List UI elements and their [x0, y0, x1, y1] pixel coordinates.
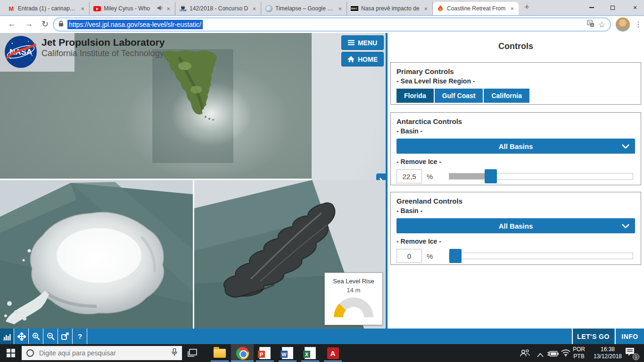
- primary-controls-heading: Primary Controls: [396, 67, 635, 75]
- chrome-menu-icon[interactable]: ⋮: [635, 20, 642, 29]
- antarctica-remove-ice-input[interactable]: [396, 169, 422, 183]
- translate-icon[interactable]: 文A: [587, 20, 594, 29]
- chrome-icon: [236, 347, 249, 360]
- sea-level-gauge-card: Sea Level Rise 14 m: [324, 272, 383, 325]
- adobe-reader-icon: A: [327, 347, 339, 359]
- bookmark-star-icon[interactable]: ☆: [598, 20, 605, 30]
- lock-icon: [58, 20, 64, 29]
- svg-text:A: A: [591, 24, 594, 27]
- close-icon[interactable]: ×: [165, 6, 171, 12]
- tab-youtube[interactable]: Miley Cyrus - Who ×: [90, 2, 175, 15]
- people-icon[interactable]: [520, 349, 530, 359]
- taskbar-app-excel[interactable]: X: [299, 344, 322, 362]
- back-button[interactable]: ←: [8, 19, 16, 29]
- help-button[interactable]: ?: [73, 329, 87, 344]
- audio-speaker-icon[interactable]: [157, 4, 163, 13]
- language-indicator[interactable]: PORPTB: [570, 346, 587, 360]
- url-text[interactable]: https://vesl.jpl.nasa.gov/sea-level/slr-…: [67, 20, 203, 29]
- home-icon: [347, 56, 355, 62]
- region-button-florida[interactable]: Florida: [396, 89, 434, 103]
- greenland-controls-heading: Greenland Controls: [396, 197, 635, 205]
- refresh-button[interactable]: ↻: [41, 19, 49, 29]
- antarctica-3d-view[interactable]: [0, 180, 193, 329]
- tab-title: Entrada (1) - carinapets: [18, 5, 77, 12]
- tab-gmail[interactable]: M Entrada (1) - carinapets ×: [4, 2, 90, 15]
- gauge-label: Sea Level Rise: [333, 278, 374, 285]
- export-icon: [61, 332, 69, 340]
- tab-coastline-active[interactable]: Coastline Retreat From ×: [433, 2, 519, 15]
- excel-icon: X: [305, 347, 316, 359]
- microphone-icon[interactable]: [172, 348, 177, 358]
- chevron-down-icon: [622, 144, 629, 148]
- address-bar[interactable]: https://vesl.jpl.nasa.gov/sea-level/slr-…: [53, 17, 611, 32]
- taskbar-search[interactable]: [22, 346, 182, 360]
- tab-title: Nasa prevê impacto de: [361, 5, 420, 12]
- close-icon[interactable]: ×: [423, 6, 429, 12]
- tab-title: Timelapse – Google Ear: [275, 5, 334, 12]
- start-button[interactable]: [0, 344, 22, 362]
- tab-ufsm[interactable]: UFSM 142/2018 - Concurso D ×: [175, 2, 261, 15]
- zoom-out-button[interactable]: [44, 329, 58, 344]
- antarctica-slider-track[interactable]: [449, 173, 633, 180]
- time: 16:38: [590, 346, 626, 353]
- tab-title: Miley Cyrus - Who: [104, 5, 154, 12]
- close-icon[interactable]: ×: [251, 6, 257, 12]
- footer-toolbar: [0, 329, 644, 344]
- zoom-in-button[interactable]: [29, 329, 43, 344]
- controls-panel: Controls Primary Controls - Sea Level Ri…: [388, 33, 644, 329]
- new-tab-button[interactable]: +: [524, 2, 529, 12]
- greenland-slider-track[interactable]: [449, 253, 633, 259]
- task-view-button[interactable]: [188, 349, 197, 359]
- basin-label: - Basin -: [396, 127, 635, 135]
- taskbar-app-file-explorer[interactable]: [208, 344, 231, 362]
- window-close-button[interactable]: ×: [627, 0, 643, 15]
- region-label: - Sea Level Rise Region -: [396, 77, 635, 85]
- move-arrows-icon: [17, 332, 26, 341]
- antarctica-controls-box: Antarctica Controls - Basin - All Basins…: [390, 112, 641, 185]
- taskbar-clock[interactable]: 16:3813/12/2018: [590, 346, 626, 360]
- taskbar-app-powerpoint[interactable]: P: [254, 344, 276, 362]
- taskbar-app-word[interactable]: W: [276, 344, 299, 362]
- greenland-remove-ice-input[interactable]: [396, 249, 422, 263]
- youtube-icon: [93, 5, 101, 12]
- greenland-basin-dropdown[interactable]: All Basins: [396, 218, 635, 233]
- search-input[interactable]: [38, 349, 167, 357]
- close-icon[interactable]: ×: [337, 6, 343, 12]
- greenland-slider-handle[interactable]: [449, 249, 462, 263]
- region-button-gulf-coast[interactable]: Gulf Coast: [435, 89, 483, 103]
- tray-chevron-up-icon[interactable]: [537, 351, 544, 359]
- controls-title: Controls: [388, 41, 644, 51]
- remove-ice-label: - Remove Ice -: [396, 238, 635, 245]
- window-minimize-button[interactable]: [584, 0, 600, 15]
- home-button[interactable]: HOME: [341, 52, 384, 66]
- screen: M Entrada (1) - carinapets × Miley Cyrus…: [0, 0, 644, 362]
- info-button[interactable]: INFO: [615, 329, 644, 344]
- battery-charging-icon[interactable]: [547, 350, 559, 359]
- share-export-button[interactable]: [58, 329, 73, 344]
- file-explorer-icon: [214, 349, 226, 358]
- greenland-controls-box: Greenland Controls - Basin - All Basins …: [390, 192, 641, 265]
- region-button-california[interactable]: California: [484, 89, 529, 103]
- hamburger-icon: [348, 40, 355, 45]
- notification-center-button[interactable]: 1: [625, 347, 637, 359]
- close-icon[interactable]: ×: [80, 6, 85, 12]
- forward-button[interactable]: →: [25, 19, 33, 29]
- percent-unit: %: [427, 252, 433, 260]
- window-maximize-button[interactable]: [604, 0, 620, 15]
- close-icon[interactable]: ×: [509, 6, 515, 12]
- menu-button[interactable]: MENU: [341, 35, 384, 50]
- zoom-in-icon: [32, 332, 40, 340]
- pan-move-button[interactable]: [15, 329, 29, 344]
- taskbar-app-chrome[interactable]: [231, 344, 254, 362]
- antarctica-slider-handle[interactable]: [485, 169, 497, 183]
- profile-avatar[interactable]: [616, 17, 630, 32]
- tab-timelapse[interactable]: Timelapse – Google Ear ×: [261, 2, 347, 15]
- wifi-icon[interactable]: [561, 349, 570, 358]
- plot-chart-button[interactable]: [0, 329, 14, 344]
- lets-go-button[interactable]: LET'S GO: [572, 329, 614, 344]
- tab-bbc[interactable]: BBC Nasa prevê impacto de ×: [347, 2, 433, 15]
- tab-title: Coastline Retreat From: [447, 5, 506, 12]
- taskbar-app-adobe[interactable]: A: [322, 344, 344, 362]
- antarctica-basin-dropdown[interactable]: All Basins: [396, 139, 635, 154]
- google-earth-icon: [265, 5, 272, 12]
